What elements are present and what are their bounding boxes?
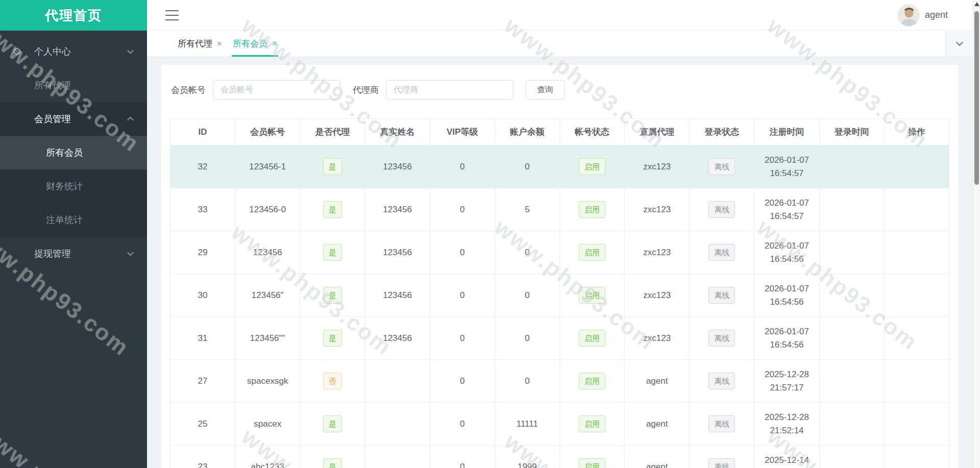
cell-parent-agent: zxc123 bbox=[625, 188, 690, 231]
cell-account: 123456-0 bbox=[235, 188, 300, 231]
cell-vip-level: 0 bbox=[430, 317, 495, 360]
user-menu[interactable]: agent bbox=[897, 4, 948, 27]
hamburger-menu-icon[interactable] bbox=[165, 10, 179, 20]
cell-parent-agent: zxc123 bbox=[625, 231, 690, 274]
sidebar-item-bet-stats[interactable]: 注单统计 bbox=[0, 203, 147, 237]
scrollbar-thumb[interactable] bbox=[974, 11, 979, 185]
cell-operations bbox=[884, 231, 949, 274]
cell-balance: 0 bbox=[495, 274, 559, 317]
cell-login-status: 离线 bbox=[690, 360, 754, 403]
status-badge: 启用 bbox=[579, 201, 605, 218]
table-header: ID会员帐号是否代理真实姓名VIP等级账户余额帐号状态直属代理登录状态注册时间登… bbox=[170, 119, 949, 145]
cell-balance: 0 bbox=[495, 317, 559, 360]
column-header-9: 注册时间 bbox=[754, 119, 819, 145]
login-status-badge: 离线 bbox=[708, 415, 735, 432]
cell-balance: 11111 bbox=[495, 403, 559, 446]
sidebar-item-label: 所有会员 bbox=[0, 146, 83, 159]
cell-account: 123456"" bbox=[235, 317, 300, 360]
member-account-label: 会员帐号 bbox=[171, 84, 206, 96]
cell-vip-level: 0 bbox=[430, 274, 495, 317]
cell-id: 33 bbox=[170, 188, 235, 231]
members-card: 会员帐号 代理商 查询 ID会员帐号是否代理真实姓名VIP等级账户余额帐号状态直… bbox=[161, 65, 958, 468]
close-icon[interactable]: × bbox=[272, 39, 277, 49]
table-row[interactable]: 29123456是12345600启用zxc123离线2026-01-0716:… bbox=[170, 231, 949, 274]
sidebar-item-withdraw-management[interactable]: 提现管理 bbox=[0, 237, 147, 270]
tab-all-agents[interactable]: 所有代理 × bbox=[177, 31, 223, 57]
cell-account-status: 启用 bbox=[559, 145, 624, 188]
table-row[interactable]: 30123456"是12345600启用zxc123离线2026-01-0716… bbox=[170, 274, 949, 317]
members-table: ID会员帐号是否代理真实姓名VIP等级账户余额帐号状态直属代理登录状态注册时间登… bbox=[170, 118, 949, 468]
sidebar-item-all-members[interactable]: 所有会员 bbox=[0, 136, 147, 169]
close-icon[interactable]: × bbox=[217, 39, 222, 49]
cell-vip-level: 0 bbox=[430, 231, 495, 274]
status-badge: 启用 bbox=[579, 415, 605, 432]
tab-all-members[interactable]: 所有会员 × bbox=[232, 31, 278, 57]
is-agent-badge: 是 bbox=[323, 244, 342, 261]
login-status-badge: 离线 bbox=[708, 158, 735, 175]
window-scrollbar[interactable] bbox=[973, 0, 980, 468]
cell-register-time: 2026-01-0716:54:57 bbox=[754, 188, 819, 231]
status-badge: 启用 bbox=[579, 373, 605, 389]
column-header-6: 帐号状态 bbox=[559, 119, 624, 145]
tab-options-dropdown[interactable] bbox=[945, 31, 973, 57]
member-account-input[interactable] bbox=[213, 80, 340, 100]
cell-account-status: 启用 bbox=[559, 360, 624, 403]
cell-login-time bbox=[819, 446, 884, 468]
sidebar-item-member-management[interactable]: 会员管理 bbox=[0, 102, 147, 136]
cell-id: 31 bbox=[170, 317, 235, 360]
sidebar-item-finance-stats[interactable]: 财务统计 bbox=[0, 169, 147, 203]
cell-account: spacexsgk bbox=[235, 360, 300, 403]
table-row[interactable]: 27spacexsgk否00启用agent离线2025-12-2821:57:1… bbox=[170, 360, 949, 403]
table-row[interactable]: 33123456-0是12345605启用zxc123离线2026-01-071… bbox=[170, 188, 949, 231]
cell-login-status: 离线 bbox=[690, 145, 754, 188]
cell-operations bbox=[884, 317, 949, 360]
cell-operations bbox=[884, 145, 949, 188]
cell-operations bbox=[884, 446, 949, 468]
is-agent-badge: 是 bbox=[323, 287, 342, 304]
cell-balance: 1999 bbox=[495, 446, 559, 468]
cell-register-time: 2025-12-2821:52:14 bbox=[754, 403, 819, 446]
cell-account-status: 启用 bbox=[559, 446, 624, 468]
sidebar-nav: ⚙ 个人中心 所有代理 会员管理 所有会员 财务统计 注单统计 提现管理 bbox=[0, 31, 147, 270]
table-row[interactable]: 32123456-1是12345600启用zxc123离线2026-01-071… bbox=[170, 145, 949, 188]
login-status-badge: 离线 bbox=[708, 201, 735, 218]
sidebar-item-label: 会员管理 bbox=[0, 113, 71, 125]
column-header-11: 操作 bbox=[884, 119, 949, 145]
login-status-badge: 离线 bbox=[708, 458, 735, 468]
is-agent-badge: 是 bbox=[323, 458, 342, 468]
cell-is-agent: 是 bbox=[300, 274, 365, 317]
query-button[interactable]: 查询 bbox=[526, 80, 565, 100]
status-badge: 启用 bbox=[579, 287, 605, 304]
table-row[interactable]: 23abc1233是01999启用agent离线2025-12-1410:07:… bbox=[170, 446, 949, 468]
is-agent-badge: 是 bbox=[323, 158, 342, 175]
cell-register-time: 2026-01-0716:54:56 bbox=[754, 274, 819, 317]
column-header-5: 账户余额 bbox=[495, 119, 559, 145]
cell-parent-agent: agent bbox=[625, 403, 690, 446]
cell-operations bbox=[884, 274, 949, 317]
content-area: 会员帐号 代理商 查询 ID会员帐号是否代理真实姓名VIP等级账户余额帐号状态直… bbox=[147, 57, 980, 468]
table-row[interactable]: 25spacex是011111启用agent离线2025-12-2821:52:… bbox=[170, 403, 949, 446]
agent-input[interactable] bbox=[386, 80, 513, 100]
sidebar-group-member-management: 会员管理 所有会员 财务统计 注单统计 bbox=[0, 102, 147, 237]
status-badge: 启用 bbox=[579, 458, 605, 468]
cell-is-agent: 是 bbox=[300, 403, 365, 446]
cell-is-agent: 是 bbox=[300, 446, 365, 468]
column-header-3: 真实姓名 bbox=[365, 119, 430, 145]
sidebar-item-personal-center[interactable]: ⚙ 个人中心 bbox=[0, 35, 147, 68]
topbar: agent bbox=[147, 0, 980, 31]
cell-balance: 0 bbox=[495, 231, 559, 274]
cell-account: abc1233 bbox=[235, 446, 300, 468]
sidebar-item-label: 财务统计 bbox=[0, 180, 83, 192]
column-header-4: VIP等级 bbox=[430, 119, 495, 145]
cell-account: 123456" bbox=[235, 274, 300, 317]
cell-real-name bbox=[365, 446, 430, 468]
cell-parent-agent: agent bbox=[625, 446, 690, 468]
tab-label: 所有代理 bbox=[178, 38, 212, 50]
cell-id: 27 bbox=[170, 360, 235, 403]
sidebar-item-label: 所有代理 bbox=[0, 79, 71, 91]
cell-account-status: 启用 bbox=[559, 188, 624, 231]
table-row[interactable]: 31123456""是12345600启用zxc123离线2026-01-071… bbox=[170, 317, 949, 360]
cell-is-agent: 否 bbox=[300, 360, 365, 403]
sidebar-item-all-agents[interactable]: 所有代理 bbox=[0, 68, 147, 102]
scrollbar-up-arrow-icon[interactable] bbox=[974, 2, 979, 6]
